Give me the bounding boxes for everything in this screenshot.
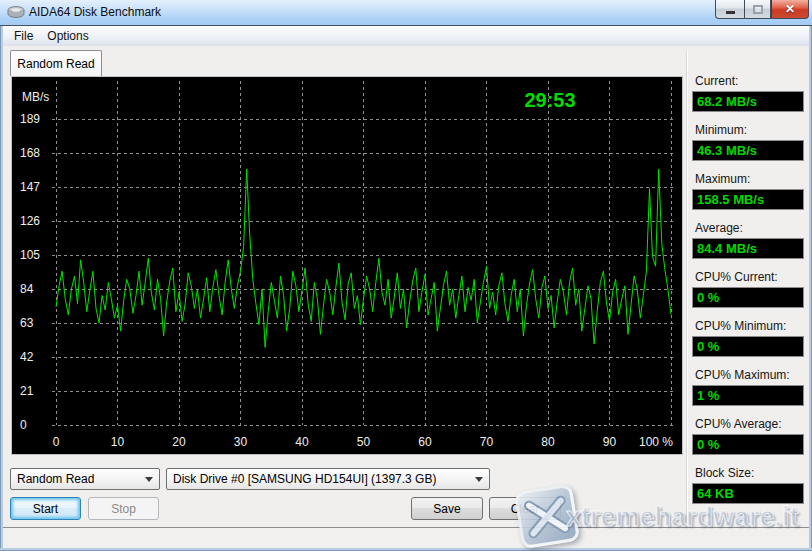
svg-text:MB/s: MB/s — [22, 90, 49, 104]
svg-text:10: 10 — [111, 435, 125, 449]
close-button[interactable]: ✕ — [771, 0, 809, 19]
stat-value-box: 158.5 MB/s — [692, 189, 804, 210]
svg-text:84: 84 — [20, 282, 34, 296]
drive-select-value: Disk Drive #0 [SAMSUNG HD154UI] (1397.3 … — [173, 472, 436, 486]
menu-bar: File Options — [3, 26, 809, 46]
maximize-button[interactable] — [744, 0, 771, 19]
disk-icon — [7, 6, 25, 19]
stat-label: Minimum: — [695, 123, 804, 137]
svg-text:80: 80 — [541, 435, 555, 449]
stat-value-box: 64 KB — [692, 483, 804, 504]
stat-label: CPU% Maximum: — [695, 368, 804, 382]
stat-current: Current: 68.2 MB/s — [692, 74, 804, 112]
svg-text:168: 168 — [20, 146, 40, 160]
stat-cpu-minimum: CPU% Minimum: 0 % — [692, 319, 804, 357]
chevron-down-icon — [145, 477, 153, 482]
minimize-icon — [726, 11, 735, 14]
stat-maximum: Maximum: 158.5 MB/s — [692, 172, 804, 210]
stat-label: CPU% Minimum: — [695, 319, 804, 333]
stop-button[interactable]: Stop — [88, 497, 159, 520]
stat-value-box: 68.2 MB/s — [692, 91, 804, 112]
start-button[interactable]: Start — [10, 497, 81, 520]
svg-text:21: 21 — [20, 384, 34, 398]
watermark-text: xtremehardware.it — [566, 502, 799, 533]
benchmark-type-value: Random Read — [17, 472, 94, 486]
svg-text:50: 50 — [357, 435, 371, 449]
svg-text:20: 20 — [172, 435, 186, 449]
stat-value-box: 0 % — [692, 336, 804, 357]
svg-text:0: 0 — [20, 418, 27, 432]
svg-text:105: 105 — [20, 248, 40, 262]
tab-random-read[interactable]: Random Read — [10, 50, 102, 76]
stat-cpu-average: CPU% Average: 0 % — [692, 417, 804, 455]
menu-item-options[interactable]: Options — [40, 27, 95, 46]
stat-value-box: 0 % — [692, 434, 804, 455]
svg-text:189: 189 — [20, 112, 40, 126]
svg-text:147: 147 — [20, 180, 40, 194]
svg-text:100 %: 100 % — [639, 435, 673, 449]
stat-cpu-maximum: CPU% Maximum: 1 % — [692, 368, 804, 406]
window-buttons: ✕ — [715, 0, 809, 19]
svg-text:0: 0 — [53, 435, 60, 449]
stat-cpu-current: CPU% Current: 0 % — [692, 270, 804, 308]
window-title: AIDA64 Disk Benchmark — [29, 5, 161, 19]
title-bar: AIDA64 Disk Benchmark ✕ — [0, 0, 812, 26]
stat-value-box: 84.4 MB/s — [692, 238, 804, 259]
drive-select[interactable]: Disk Drive #0 [SAMSUNG HD154UI] (1397.3 … — [166, 468, 490, 490]
stat-value-box: 1 % — [692, 385, 804, 406]
stat-label: Block Size: — [695, 466, 804, 480]
chart-panel: 0102030405060708090100 %1891681471261058… — [11, 76, 683, 455]
svg-text:40: 40 — [295, 435, 309, 449]
stat-value-box: 0 % — [692, 287, 804, 308]
svg-text:60: 60 — [418, 435, 432, 449]
close-icon: ✕ — [785, 2, 795, 16]
window-border-left — [0, 26, 3, 551]
maximize-icon — [753, 5, 763, 14]
svg-text:70: 70 — [480, 435, 494, 449]
benchmark-type-select[interactable]: Random Read — [10, 468, 160, 490]
menu-item-file[interactable]: File — [7, 27, 40, 46]
svg-text:90: 90 — [603, 435, 617, 449]
stat-label: Current: — [695, 74, 804, 88]
minimize-button[interactable] — [715, 0, 744, 19]
svg-text:29:53: 29:53 — [524, 89, 575, 111]
stat-label: Maximum: — [695, 172, 804, 186]
panel-divider — [686, 50, 688, 527]
stats-panel: Current: 68.2 MB/s Minimum: 46.3 MB/s Ma… — [692, 74, 804, 515]
chevron-down-icon — [475, 477, 483, 482]
stat-value-box: 46.3 MB/s — [692, 140, 804, 161]
stat-label: CPU% Average: — [695, 417, 804, 431]
app-window: AIDA64 Disk Benchmark ✕ File Options Ran… — [0, 0, 812, 551]
stat-minimum: Minimum: 46.3 MB/s — [692, 123, 804, 161]
svg-text:126: 126 — [20, 214, 40, 228]
save-button[interactable]: Save — [411, 497, 483, 520]
benchmark-chart: 0102030405060708090100 %1891681471261058… — [12, 77, 682, 454]
stat-block-size: Block Size: 64 KB — [692, 466, 804, 504]
svg-text:63: 63 — [20, 316, 34, 330]
stat-label: CPU% Current: — [695, 270, 804, 284]
stat-label: Average: — [695, 221, 804, 235]
stat-average: Average: 84.4 MB/s — [692, 221, 804, 259]
svg-text:42: 42 — [20, 350, 34, 364]
svg-text:30: 30 — [234, 435, 248, 449]
